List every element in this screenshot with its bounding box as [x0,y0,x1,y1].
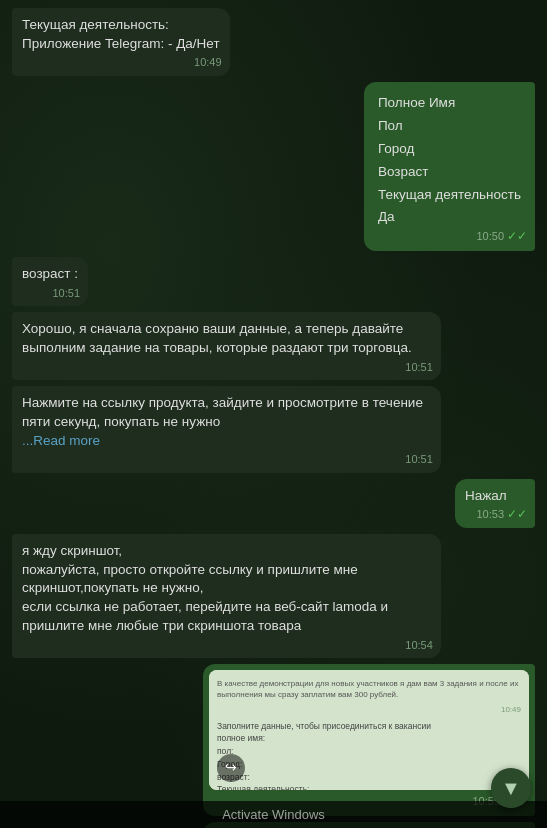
activate-windows-watermark: Activate Windows [0,801,547,828]
msg-age-time: 10:51 [53,286,81,301]
forward-icon-1[interactable]: ↪ [217,754,245,782]
screenshot-lines-1: Заполните данные, чтобы присоединиться к… [217,720,521,790]
screenshot-inner-1: В качестве демонстрации для новых участн… [209,670,529,790]
screenshot-content-1: В качестве демонстрации для новых участн… [209,670,529,790]
chat-background: Текущая деятельность: Приложение Telegra… [0,0,547,828]
scroll-down-button[interactable]: ▼ [491,768,531,808]
msg-save: Хорошо, я сначала сохраню ваши данные, а… [12,312,441,380]
msg-link-time: 10:51 [405,452,433,467]
msg-screenshot-req-time: 10:54 [405,638,433,653]
msg-age-text: возраст : [22,266,78,281]
checkmark-icon: ✓✓ [507,226,527,246]
checkmark-clicked-icon: ✓✓ [507,506,527,523]
msg-clicked-text: Нажал [465,488,507,503]
activate-windows-text: Activate Windows [222,807,325,822]
msg-clicked: Нажал 10:53 ✓✓ [455,479,535,528]
msg-stub-time: 10:49 [194,55,222,70]
msg-stub-line1: Текущая деятельность: [22,17,169,32]
msg-save-time: 10:51 [405,360,433,375]
msg-age: возраст : 10:51 [12,257,88,306]
screenshot-req-line1: я жду скриншот, [22,542,431,561]
msg-save-text: Хорошо, я сначала сохраню ваши данные, а… [22,321,412,355]
list-line-2: Пол [378,115,521,138]
screenshot-req-line3: если ссылка не работает, перейдите на ве… [22,598,431,636]
screenshot-req-line2: пожалуйста, просто откройте ссылку и при… [22,561,431,599]
list-line-4: Возраст [378,161,521,184]
messages-container: Текущая деятельность: Приложение Telegra… [0,0,547,828]
msg-link-text: Нажмите на ссылку продукта, зайдите и пр… [22,395,423,429]
read-more-link[interactable]: ...Read more [22,433,100,448]
list-line-3: Город [378,138,521,161]
msg-clicked-time: 10:53 ✓✓ [476,506,527,523]
msg-stub-line2: Приложение Telegram: - Да/Нет [22,36,220,51]
msg-screenshot-req: я жду скриншот, пожалуйста, просто откро… [12,534,441,658]
scroll-down-icon: ▼ [501,777,521,800]
screenshot-header-1: В качестве демонстрации для новых участн… [217,678,521,700]
msg-stub-top: Текущая деятельность: Приложение Telegra… [12,8,230,76]
msg-outgoing-list-time: 10:50 ✓✓ [476,226,527,246]
msg-link: Нажмите на ссылку продукта, зайдите и пр… [12,386,441,473]
list-line-1: Полное Имя [378,92,521,115]
msg-outgoing-list: Полное Имя Пол Город Возраст Текущая дея… [364,82,535,252]
screenshot-inner-time-1: 10:49 [217,704,521,715]
list-line-5: Текущая деятельность [378,184,521,207]
msg-screenshot-1: В качестве демонстрации для новых участн… [203,664,535,816]
